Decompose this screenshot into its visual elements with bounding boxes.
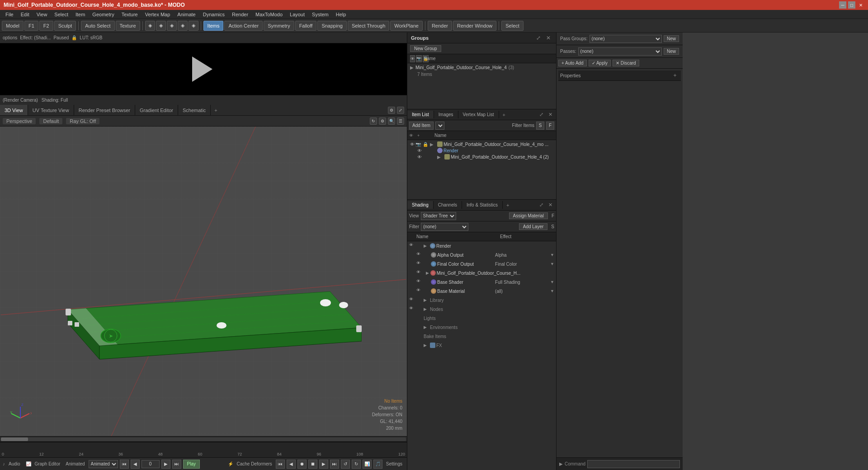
menu-geometry[interactable]: Geometry	[89, 11, 118, 18]
sh-row-bake-items[interactable]: Bake Items	[407, 332, 556, 341]
filter-items-btn-f[interactable]: F	[546, 122, 554, 130]
sh-row-library[interactable]: 👁 ▶ Library	[407, 296, 556, 305]
close-button[interactable]: ✕	[857, 1, 864, 9]
passes-select[interactable]: (none)	[578, 47, 662, 56]
timeline-ruler[interactable]: 0 12 24 36 48 60 72 84 96 108 120	[0, 442, 407, 457]
filter-items-btn-s[interactable]: S	[536, 122, 544, 130]
sh-expand-nodes[interactable]: ▶	[424, 307, 429, 311]
viewport-canvas[interactable]: ➤ X Y Z	[0, 127, 407, 436]
item-row-render[interactable]: 👁 Render	[408, 147, 555, 154]
tb-icon-3[interactable]: ◈	[167, 21, 177, 31]
workplane-button[interactable]: WorkPlane	[390, 21, 423, 31]
cache-btn-3[interactable]: ⏺	[297, 460, 307, 469]
add-layer-btn[interactable]: Add Layer	[519, 223, 548, 230]
menu-edit[interactable]: Edit	[17, 11, 33, 18]
menu-file[interactable]: File	[2, 11, 17, 18]
tab-vertex-map[interactable]: Vertex Map List	[458, 111, 499, 118]
preview-lut[interactable]: LUT: sRGB	[80, 35, 102, 40]
cache-btn-1[interactable]: ⏮	[276, 460, 285, 469]
sh-row-alpha[interactable]: 👁 Alpha Output Alpha ▼	[407, 250, 556, 259]
cache-btn-5[interactable]: ▶	[319, 460, 328, 469]
menu-texture[interactable]: Texture	[118, 11, 142, 18]
sculpt-button[interactable]: Sculpt	[54, 21, 76, 31]
menu-render[interactable]: Render	[228, 11, 252, 18]
viewport-pin-icon[interactable]: ⚙	[388, 107, 395, 114]
shading-tab-add[interactable]: +	[503, 201, 513, 209]
cache-btn-6[interactable]: ⏭	[330, 460, 339, 469]
preview-effect[interactable]: Effect: (Shadi...	[20, 35, 51, 40]
action-center-button[interactable]: Action Center	[224, 21, 263, 31]
sh-row-environments[interactable]: ▶ Environments	[407, 323, 556, 332]
apply-btn[interactable]: ✓ Apply	[589, 60, 611, 66]
tb-icon-2[interactable]: ◈	[156, 21, 166, 31]
viewport-tab-add[interactable]: +	[211, 106, 221, 114]
select-through-button[interactable]: Select Through	[348, 21, 389, 31]
menu-animate[interactable]: Animate	[174, 11, 199, 18]
assign-material-btn[interactable]: Assign Material	[509, 212, 548, 219]
horizontal-scrollbar[interactable]	[0, 436, 407, 442]
command-input[interactable]	[587, 460, 680, 468]
sh-row-base-mat[interactable]: 👁 Base Material (all) ▼	[407, 287, 556, 296]
shading-close-icon[interactable]: ✕	[546, 201, 554, 209]
select-button[interactable]: Select	[501, 21, 524, 31]
tb-icon-4[interactable]: ◈	[178, 21, 188, 31]
model-button[interactable]: Model	[2, 21, 24, 31]
cache-btn-7[interactable]: ↺	[341, 460, 350, 469]
preview-shading[interactable]: Shading: Full	[42, 98, 68, 103]
sh-row-material[interactable]: 👁 ▶ Mini_Golf_Portable_Outdoor_Course_H.…	[407, 268, 556, 277]
next-frame-btn[interactable]: ▶	[161, 460, 170, 469]
tab-images[interactable]: Images	[434, 111, 458, 118]
tab-item-list[interactable]: Item List	[407, 111, 434, 118]
render-window-button[interactable]: Render Window	[453, 21, 496, 31]
sh-expand-environments[interactable]: ▶	[424, 325, 429, 329]
vp-rotate-icon[interactable]: ↻	[370, 118, 377, 125]
menu-select[interactable]: Select	[51, 11, 72, 18]
render-button[interactable]: Render	[428, 21, 452, 31]
vp-menu-icon[interactable]: ☰	[397, 118, 404, 125]
snapping-button[interactable]: Snapping	[317, 21, 347, 31]
sh-expand-material[interactable]: ▶	[426, 271, 429, 275]
tab-schematic[interactable]: Schematic	[178, 105, 211, 115]
menu-vertex-map[interactable]: Vertex Map	[142, 11, 174, 18]
tab-gradient-editor[interactable]: Gradient Editor	[135, 105, 178, 115]
sh-row-render[interactable]: 👁 ▶ Render	[407, 241, 556, 250]
pass-groups-select[interactable]: (none)	[590, 35, 662, 43]
item-row-mesh[interactable]: 👁 ▶ Mini_Golf_Portable_Outdoor_Course_Ho…	[408, 154, 555, 160]
sh-expand-fx[interactable]: ▶	[424, 343, 429, 348]
cache-btn-4[interactable]: ⏹	[308, 460, 317, 469]
sh-expand-library[interactable]: ▶	[424, 298, 429, 302]
shading-view-select[interactable]: Shader Tree	[421, 212, 456, 220]
texture-button[interactable]: Texture	[116, 21, 140, 31]
vp-perspective[interactable]: Perspective	[3, 118, 36, 124]
item-expand-root[interactable]: ▶	[430, 142, 436, 147]
menu-maxtomodo[interactable]: MaxToModo	[252, 11, 286, 18]
vp-ray-gl[interactable]: Ray GL: Off	[66, 118, 99, 124]
sh-row-fx[interactable]: ▶ FX	[407, 341, 556, 350]
falloff-button[interactable]: Falloff	[295, 21, 317, 31]
new-group-btn[interactable]: New Group	[410, 45, 441, 52]
sh-row-base-shader[interactable]: 👁 Base Shader Full Shading ▼	[407, 277, 556, 287]
prev-start-btn[interactable]: ⏮	[120, 460, 129, 469]
add-item-select[interactable]	[435, 122, 444, 130]
f2-button[interactable]: F2	[39, 21, 53, 31]
preview-paused[interactable]: Paused	[53, 35, 69, 40]
tb-icon-1[interactable]: ◈	[145, 21, 155, 31]
menu-system[interactable]: System	[308, 11, 332, 18]
cache-btn-8[interactable]: ↻	[352, 460, 361, 469]
item-list-expand-icon[interactable]: ⤢	[537, 111, 545, 119]
vp-settings-icon[interactable]: ⚙	[379, 118, 386, 125]
auto-add-btn[interactable]: + Auto Add	[558, 60, 587, 66]
groups-expand-icon[interactable]: ⤢	[534, 34, 542, 42]
minimize-button[interactable]: ─	[839, 1, 846, 9]
properties-expand-icon[interactable]: +	[671, 71, 679, 80]
shading-filter-select[interactable]: (none)	[421, 223, 468, 231]
add-item-btn[interactable]: Add Item	[409, 122, 434, 130]
maximize-button[interactable]: □	[848, 1, 855, 9]
item-list-tab-add[interactable]: +	[499, 111, 509, 119]
preview-camera[interactable]: (Render Camera)	[3, 98, 38, 103]
sh-row-final-color[interactable]: 👁 Final Color Output Final Color ▼	[407, 259, 556, 268]
frame-input[interactable]	[142, 460, 160, 468]
items-button[interactable]: Items	[203, 21, 224, 31]
sh-row-lights[interactable]: Lights	[407, 314, 556, 323]
groups-close-icon[interactable]: ✕	[544, 34, 552, 42]
